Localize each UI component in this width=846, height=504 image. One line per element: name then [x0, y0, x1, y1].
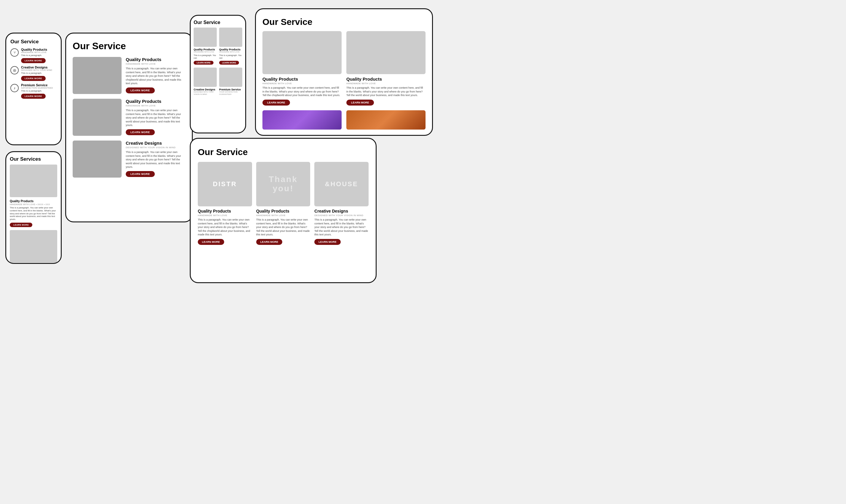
item-desc: This is a paragraph. [21, 54, 47, 57]
service-col: Quality Products HANDMADE WITH LOVE This… [263, 31, 342, 106]
item-desc: This is a paragraph. You can write your … [10, 206, 57, 221]
item-title: Quality Products [10, 199, 57, 203]
item-title: Quality Products [21, 48, 47, 51]
learn-more-button[interactable]: LEARN MORE [21, 76, 46, 81]
learn-more-button[interactable]: LEARN MORE [21, 58, 46, 63]
tiktok-icon: ♪ [11, 84, 19, 92]
service-row: Creative Designs DESIGNED WITH YOUR VISI… [73, 141, 185, 178]
item-desc: This is a paragraph. [21, 90, 53, 92]
learn-more-button[interactable]: LEARN MORE [126, 171, 155, 177]
service-grid: DISTR Quality Products HANDMADE WITH LOV… [198, 162, 368, 245]
product-image-2 [10, 230, 57, 263]
item-image [346, 31, 426, 74]
item-image [219, 28, 242, 47]
grid-item: Quality Products HANDMADE WITH LOVE This… [219, 28, 242, 65]
learn-more-button[interactable]: LEARN MORE [126, 88, 155, 93]
learn-more-button[interactable]: LEARN MORE [21, 94, 46, 99]
learn-more-button[interactable]: LEARN MORE [263, 100, 290, 106]
service-col: Thankyou! Quality Products HANDMADE WITH… [256, 162, 310, 245]
item-title: Creative Designs [126, 141, 185, 146]
card3-title: Our Service [73, 41, 185, 52]
list-item: ◎ Creative Designs DESIGNED WITH YOUR MI… [11, 66, 57, 81]
item-image [194, 68, 217, 87]
service-row: Quality Products HANDMADE WITH LOVE This… [73, 99, 185, 136]
item-desc: This is a paragraph. You can write your … [263, 86, 342, 97]
item-desc: This is a paragraph. You can write your … [256, 218, 310, 237]
card-large-portrait: Our Service Quality Products HANDMADE WI… [65, 33, 193, 222]
card6-title: Our Service [198, 147, 368, 157]
service-row: Quality Products HANDMADE WITH LOVE This… [73, 57, 185, 94]
list-item: ♪ Premium Service SATISFACTION GUARANTEE… [11, 83, 57, 99]
preview-image [346, 110, 426, 129]
item-desc: This is a paragraph. You can [219, 54, 242, 59]
service-grid: Quality Products HANDMADE WITH LOVE This… [263, 31, 426, 106]
service-col: DISTR Quality Products HANDMADE WITH LOV… [198, 162, 252, 245]
item-image: Thankyou! [256, 162, 310, 206]
item-desc: This is a paragraph. You can write your … [126, 67, 185, 85]
service-grid-preview [263, 110, 426, 129]
card1-title: Our Service [11, 39, 57, 45]
item-title: Quality Products [126, 99, 185, 104]
fork-icon: ⑂ [11, 48, 19, 57]
service-col: Quality Products HANDMADE WITH LOVE This… [346, 31, 426, 106]
item-subtitle: HANDMADE WITH LOVE [219, 51, 242, 53]
item-subtitle: DESIGNED WITH YOUR MIND [21, 69, 52, 71]
item-subtitle: DESIGNED WITH YOUR VISION IN MIND [194, 91, 217, 96]
grid-item: Quality Products HANDMADE WITH LOVE This… [194, 28, 217, 65]
service-image [73, 99, 122, 136]
image-text: Thankyou! [256, 162, 310, 206]
card4-title: Our Service [194, 20, 242, 25]
item-desc: This is a paragraph. [21, 72, 52, 74]
item-title: Quality Products [198, 209, 252, 214]
service-image [73, 141, 122, 178]
learn-more-button[interactable]: LEARN MORE [346, 100, 374, 106]
item-title: Quality Products [263, 76, 342, 82]
service-grid: Quality Products HANDMADE WITH LOVE This… [194, 28, 242, 65]
item-desc: This is a paragraph. You can write your … [314, 218, 368, 237]
item-subtitle: HANDMADE WITH LOVE • XXXX • XXX [10, 203, 57, 205]
card-mobile-list: Our Service ⑂ Quality Products HANDMADE … [5, 33, 62, 145]
item-subtitle: HANDMADE WITH LOVE [198, 214, 252, 217]
image-text: &HOUSE [314, 162, 368, 206]
item-desc: This is a paragraph. You can write your … [126, 108, 185, 127]
grid-item: Premium Service YOUR SATISFACTION GUARAN… [219, 68, 242, 96]
list-item: ⑂ Quality Products HANDMADE WITH LOVE Th… [11, 48, 57, 63]
learn-more-button[interactable]: LEARN MORE [194, 61, 214, 65]
card-large-3col: Our Service DISTR Quality Products HANDM… [190, 138, 377, 283]
image-text: DISTR [198, 162, 252, 206]
item-title: Premium Service [219, 88, 242, 91]
learn-more-button[interactable]: LEARN MORE [10, 223, 32, 227]
learn-more-button[interactable]: LEARN MORE [219, 61, 239, 65]
item-subtitle: HANDMADE WITH LOVE [256, 214, 310, 217]
learn-more-button[interactable]: LEARN MORE [198, 239, 224, 245]
item-subtitle: HANDMADE WITH LOVE [346, 82, 426, 85]
item-subtitle: HANDMADE WITH LOVE [194, 51, 217, 53]
item-title: Quality Products [219, 48, 242, 51]
card-tablet-portrait-small: Our Service Quality Products HANDMADE WI… [190, 15, 246, 133]
item-image [263, 31, 342, 74]
item-title: Premium Service [21, 83, 53, 87]
item-image: DISTR [198, 162, 252, 206]
grid-item: Creative Designs DESIGNED WITH YOUR VISI… [194, 68, 217, 96]
card-tablet-landscape: Our Service Quality Products HANDMADE WI… [255, 8, 433, 136]
preview-image [263, 110, 342, 129]
item-title: Quality Products [256, 209, 310, 214]
item-subtitle: DESIGNED WITH YOUR VISION IN MIND [314, 214, 368, 217]
item-title: Quality Products [346, 76, 426, 82]
learn-more-button[interactable]: LEARN MORE [256, 239, 283, 245]
service-grid-row2: Creative Designs DESIGNED WITH YOUR VISI… [194, 68, 242, 96]
item-subtitle: YOUR SATISFACTION GUARANTEED [219, 91, 242, 96]
item-desc: This is a paragraph. You can write your … [346, 86, 426, 97]
item-subtitle: DESIGNED WITH YOUR VISION IN MIND [126, 146, 185, 149]
item-subtitle: HANDMADE WITH LOVE [263, 82, 342, 85]
item-title: Quality Products [194, 48, 217, 51]
service-col: &HOUSE Creative Designs DESIGNED WITH YO… [314, 162, 368, 245]
card5-title: Our Service [263, 17, 426, 27]
item-image [194, 28, 217, 47]
item-desc: This is a paragraph. You can write your … [198, 218, 252, 237]
item-title: Creative Designs [194, 88, 217, 91]
learn-more-button[interactable]: LEARN MORE [314, 239, 341, 245]
card-mobile-image: Our Services Quality Products HANDMADE W… [5, 151, 62, 264]
service-image [73, 57, 122, 94]
learn-more-button[interactable]: LEARN MORE [126, 129, 155, 135]
